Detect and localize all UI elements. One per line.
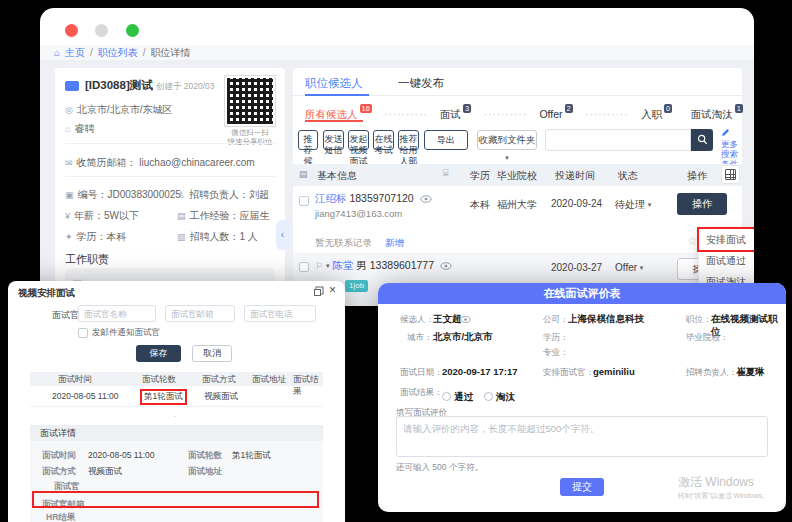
interviewer-email-input[interactable] xyxy=(165,305,235,322)
restore-icon[interactable] xyxy=(314,289,321,296)
job-info-card: [ID3088]测试 创建于 2020/03 微信扫一扫 快速分享职位 ◎北京市… xyxy=(55,68,285,306)
table-row[interactable]: 江绍标 18359707120 jiang7413@163.com 本科 福州大… xyxy=(293,186,742,232)
breadcrumb-home[interactable]: 主页 xyxy=(65,46,85,60)
send-sms-button[interactable]: 发送 短信 xyxy=(323,130,344,150)
detail-address-label: 面试地址 xyxy=(188,466,222,478)
pagination[interactable]: · xyxy=(173,411,176,421)
cell-interview-mode: 视频面试 xyxy=(204,391,238,403)
save-button[interactable]: 保存 xyxy=(136,345,181,362)
job-recruiter: 招聘负责人：刘超 xyxy=(189,189,269,200)
candidate-phone: 18359707120 xyxy=(349,192,413,204)
subtab-interview[interactable]: 面试3 xyxy=(440,108,471,120)
search-icon xyxy=(697,134,708,145)
degree-icon: ✦ xyxy=(65,232,73,242)
location-icon: ◎ xyxy=(65,105,73,115)
detail-round-label: 面试轮数 xyxy=(188,450,222,462)
subtab-onboard-badge: 0 xyxy=(664,104,672,113)
row-checkbox[interactable] xyxy=(299,262,309,272)
detail-round-value: 第1轮面试 xyxy=(232,450,271,462)
qr-code xyxy=(225,76,275,126)
search-input[interactable] xyxy=(545,129,691,151)
cell-interview-round-link[interactable]: 第1轮面试 xyxy=(142,391,185,403)
subtab-offer[interactable]: Offer2 xyxy=(539,108,572,120)
window-minimize-button[interactable] xyxy=(95,24,108,37)
subtab-offer-label: Offer xyxy=(539,108,562,120)
resume-email-label: 收简历邮箱： xyxy=(77,157,137,168)
person-icon: ♙ xyxy=(177,190,185,200)
status-dropdown[interactable]: Offer ▾ xyxy=(615,262,643,273)
column-settings-button[interactable] xyxy=(721,165,740,184)
filter-icon: ⌸ xyxy=(443,168,448,179)
grid-icon xyxy=(725,169,736,180)
radio-pass[interactable] xyxy=(442,392,451,401)
cancel-button[interactable]: 取消 xyxy=(192,345,232,362)
company-icon: ⌂ xyxy=(65,124,70,134)
row-checkbox[interactable] xyxy=(299,196,309,206)
submit-button[interactable]: 提交 xyxy=(560,478,604,496)
subtab-interview-fail[interactable]: 面试淘汰1 xyxy=(691,108,743,120)
candidate-name-link[interactable]: 江绍标 xyxy=(315,192,347,204)
detail-time-value: 2020-08-05 11:00 xyxy=(88,450,154,460)
recommend-to-dept-button[interactable]: 推荐 给用 人部 xyxy=(398,130,419,150)
notify-checkbox[interactable] xyxy=(78,328,88,338)
action-button[interactable]: 操作 xyxy=(677,193,727,215)
candidate-label: 候选人： xyxy=(400,314,434,326)
subtab-interview-badge: 3 xyxy=(463,104,471,113)
export-button[interactable]: 导出 xyxy=(424,130,468,150)
recommend-candidate-button[interactable]: 推 荐 候 xyxy=(298,130,318,150)
folder-icon xyxy=(65,81,79,91)
column-status: 状态 xyxy=(618,169,638,183)
degree-label: 学历： xyxy=(543,332,569,344)
chevron-left-icon: ‹ xyxy=(281,229,284,240)
flag-icon[interactable]: ⚐ xyxy=(315,261,323,271)
start-video-interview-button[interactable]: 发起 视频 面试 xyxy=(348,130,369,150)
candidate-name-link[interactable]: 陈堂 xyxy=(332,259,353,271)
interviewer-name-input[interactable] xyxy=(78,305,156,322)
id-icon: ▣ xyxy=(65,190,74,200)
menu-item-interview-pass[interactable]: 面试通过 xyxy=(699,250,754,271)
city-label: 城市： xyxy=(407,332,433,344)
dialog-title: 在线面试评价表 xyxy=(378,283,786,304)
breadcrumb-job-list[interactable]: 职位列表 xyxy=(98,46,138,60)
tab-one-click-publish[interactable]: 一键发布 xyxy=(398,76,444,91)
salary-icon: ¥ xyxy=(65,211,70,221)
favorite-folder-dropdown[interactable]: 收藏到文件夹 ▾ xyxy=(477,130,537,150)
interviewer-label: 面试官 xyxy=(52,309,79,322)
tab-candidates[interactable]: 职位候选人 xyxy=(305,76,363,91)
eye-icon[interactable] xyxy=(460,316,471,323)
more-search-filters-link[interactable]: 更多搜索条件 xyxy=(721,128,743,169)
close-icon[interactable]: × xyxy=(329,283,336,297)
breadcrumb-job-detail: 职位详情 xyxy=(151,46,191,60)
eye-icon[interactable] xyxy=(420,195,432,203)
menu-item-schedule-interview[interactable]: 安排面试 xyxy=(699,229,754,250)
job-count-badge: 1job xyxy=(345,280,368,292)
comment-textarea[interactable] xyxy=(396,416,768,457)
radio-fail[interactable] xyxy=(484,392,493,401)
window-close-button[interactable] xyxy=(65,24,78,37)
eye-icon[interactable] xyxy=(440,262,452,270)
search-button[interactable] xyxy=(691,129,713,151)
detail-section-title: 面试详情 xyxy=(30,425,323,441)
column-apply-date: 投递时间 xyxy=(555,169,595,183)
online-exam-button[interactable]: 在线 考试 xyxy=(373,130,394,150)
dialog-title: 视频安排面试 xyxy=(18,287,75,300)
recruiter-label: 招聘负责人： xyxy=(686,367,737,379)
subtab-onboard[interactable]: 入职0 xyxy=(641,108,672,120)
col-interview-address: 面试地址 xyxy=(252,374,286,386)
windows-activation-hint: 转到“设置”以激活 Windows。 xyxy=(678,491,778,501)
company-label: 公司： xyxy=(543,314,569,326)
candidates-card: 职位候选人 一键发布 所有候选人16 ·········· 面试3 ······… xyxy=(293,68,742,306)
star-icon[interactable]: ☆ xyxy=(687,234,698,248)
job-number: 编号：JD00383000025 xyxy=(78,189,181,200)
interviewer-phone-input[interactable] xyxy=(244,305,316,322)
window-zoom-button[interactable] xyxy=(126,24,139,37)
content-area: [ID3088]测试 创建于 2020/03 微信扫一扫 快速分享职位 ◎北京市… xyxy=(40,61,754,306)
subtab-all-candidates[interactable]: 所有候选人16 xyxy=(305,108,372,120)
detail-hr-result-label: HR结果 xyxy=(46,512,75,522)
add-contact-link[interactable]: 新增 xyxy=(385,237,404,250)
interviewer-value: geminiliu xyxy=(593,366,635,377)
job-created: 创建于 2020/03 xyxy=(156,81,215,91)
status-dropdown[interactable]: 待处理 ▾ xyxy=(615,198,651,212)
panel-collapse-handle[interactable]: ‹ xyxy=(276,220,289,250)
col-interview-time: 面试时间 xyxy=(58,374,92,386)
